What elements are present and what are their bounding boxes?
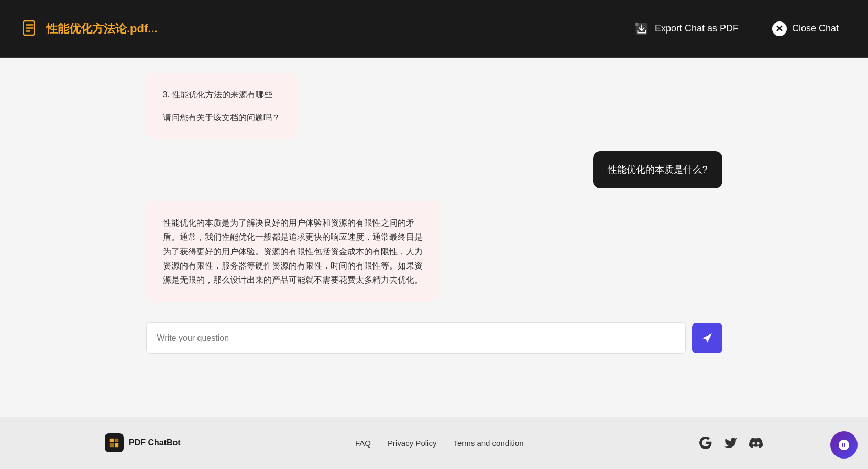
export-icon [634, 21, 650, 37]
input-area [146, 322, 722, 354]
footer-logo-text: PDF ChatBot [129, 438, 181, 448]
question-input[interactable] [146, 322, 686, 354]
svg-rect-3 [110, 439, 114, 442]
discord-icon[interactable] [749, 436, 763, 450]
footer-link-faq[interactable]: FAQ [355, 439, 371, 448]
header-right: Export Chat as PDF ✕ Close Chat [625, 17, 847, 41]
footer-link-terms[interactable]: Terms and condition [453, 439, 523, 448]
send-icon [701, 332, 713, 344]
svg-rect-5 [110, 443, 114, 447]
footer-logo: PDF ChatBot [105, 433, 181, 452]
ai-message-1-line1: 3. 性能优化方法的来源有哪些 [163, 88, 280, 102]
export-chat-button[interactable]: Export Chat as PDF [625, 17, 747, 41]
header: 性能优化方法论.pdf... Export Chat as PDF ✕ Clos… [0, 0, 868, 58]
google-icon[interactable] [698, 436, 713, 450]
ai-message-2-text: 性能优化的本质是为了解决良好的用户体验和资源的有限性之间的矛盾。通常，我们性能优… [163, 216, 423, 287]
file-name: 性能优化方法论.pdf... [46, 21, 158, 37]
footer-logo-icon [105, 433, 124, 452]
pdf-file-icon [21, 19, 40, 38]
header-left: 性能优化方法论.pdf... [21, 19, 625, 38]
send-button[interactable] [692, 323, 722, 353]
chat-container: 3. 性能优化方法的来源有哪些 请问您有关于该文档的问题吗？ 性能优化的本质是什… [146, 73, 722, 406]
twitter-icon[interactable] [723, 436, 738, 450]
footer-socials [698, 436, 763, 450]
svg-rect-6 [115, 443, 118, 447]
floating-action-button[interactable] [830, 431, 858, 459]
export-label: Export Chat as PDF [655, 23, 739, 34]
svg-rect-4 [115, 439, 118, 442]
user-message-1: 性能优化的本质是什么? [593, 151, 722, 188]
close-chat-button[interactable]: ✕ Close Chat [764, 17, 847, 40]
footer-link-privacy[interactable]: Privacy Policy [388, 439, 436, 448]
svg-rect-2 [635, 22, 639, 26]
close-icon: ✕ [772, 21, 787, 36]
ai-message-1-line2: 请问您有关于该文档的问题吗？ [163, 111, 280, 125]
close-label: Close Chat [792, 23, 839, 34]
footer: PDF ChatBot FAQ Privacy Policy Terms and… [0, 417, 868, 469]
footer-links: FAQ Privacy Policy Terms and condition [355, 439, 524, 448]
ai-message-2: 性能优化的本质是为了解决良好的用户体验和资源的有限性之间的矛盾。通常，我们性能优… [146, 201, 440, 302]
main-content: 3. 性能优化方法的来源有哪些 请问您有关于该文档的问题吗？ 性能优化的本质是什… [0, 58, 868, 417]
user-message-1-text: 性能优化的本质是什么? [608, 163, 707, 177]
ai-message-1: 3. 性能优化方法的来源有哪些 请问您有关于该文档的问题吗？ [146, 73, 297, 139]
